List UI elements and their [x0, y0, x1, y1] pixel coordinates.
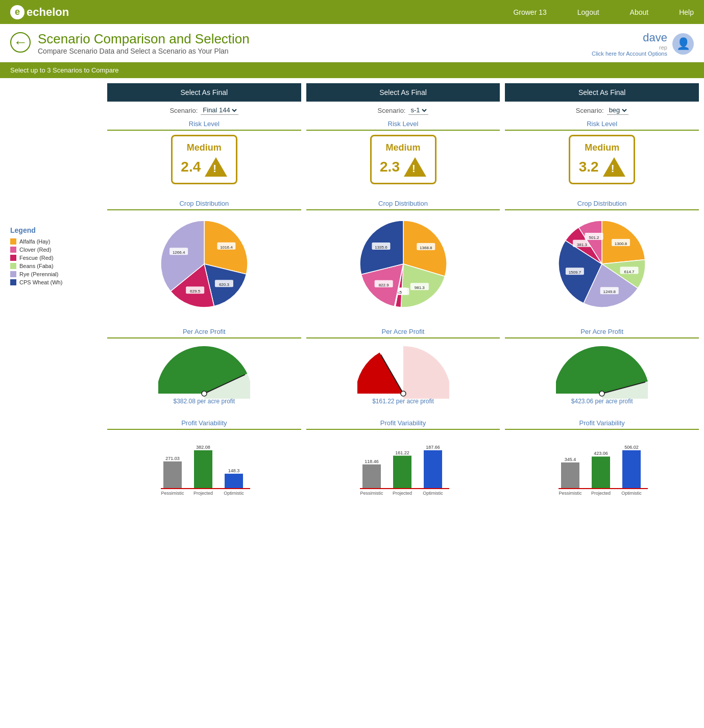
bar-chart-3: 345.4Pessimistic423.06Projected506.02Opt… [505, 435, 699, 506]
scenario-col-3: Select As Final Scenario: beg Risk Level… [505, 83, 699, 506]
bar-chart-2: 118.46Pessimistic161.22Projected187.66Op… [306, 435, 500, 506]
svg-rect-10 [163, 462, 182, 489]
svg-text:Pessimistic: Pessimistic [360, 491, 383, 496]
select-final-button-2[interactable]: Select As Final [306, 83, 500, 102]
main-content: Legend Alfalfa (Hay)Clover (Red)Fescue (… [0, 78, 704, 512]
svg-text:Pessimistic: Pessimistic [161, 491, 184, 496]
scenario-select-3[interactable]: beg [607, 106, 628, 115]
back-button[interactable]: ← [10, 32, 31, 53]
svg-text:Pessimistic: Pessimistic [559, 491, 582, 496]
svg-rect-34 [362, 465, 381, 489]
account-options-link[interactable]: Click here for Account Options [592, 51, 667, 57]
crop-dist-header-3: Crop Distribution [505, 200, 699, 210]
svg-rect-58 [561, 463, 579, 489]
scenario-label-1: Scenario: [169, 107, 198, 114]
user-name: dave [592, 31, 667, 44]
risk-section-1: Risk Level Medium 2.4 [107, 120, 301, 184]
scenario-selector-3: Scenario: beg [576, 106, 628, 115]
svg-point-33 [401, 391, 406, 396]
scenario-col-1: Select As Final Scenario: Final 144 Risk… [107, 83, 301, 506]
select-final-button-3[interactable]: Select As Final [505, 83, 699, 102]
svg-text:Projected: Projected [591, 491, 611, 496]
scenario-label-2: Scenario: [378, 107, 406, 114]
svg-text:Optimistic: Optimistic [621, 491, 642, 496]
svg-text:629.5: 629.5 [190, 289, 201, 294]
logo: e echelon [10, 5, 69, 19]
per-acre-value-3: $423.06 per acre profit [571, 398, 633, 405]
svg-rect-16 [225, 474, 243, 489]
risk-level-label-3: Risk Level [505, 120, 699, 131]
svg-rect-13 [194, 450, 212, 489]
per-acre-header-2: Per Acre Profit [306, 328, 500, 338]
page-subtitle: Compare Scenario Data and Select a Scena… [38, 47, 250, 55]
scenario-selector-1: Scenario: Final 144 [169, 106, 238, 115]
per-acre-header-1: Per Acre Profit [107, 328, 301, 338]
scenario-select-1[interactable]: Final 144 [201, 106, 238, 115]
legend-item: CPS Wheat (Wh) [10, 279, 107, 285]
help-link[interactable]: Help [679, 8, 694, 16]
svg-text:1016.4: 1016.4 [220, 245, 233, 250]
logo-text: echelon [27, 6, 69, 19]
legend-column: Legend Alfalfa (Hay)Clover (Red)Fescue (… [5, 83, 107, 506]
svg-rect-61 [592, 456, 610, 489]
risk-section-3: Risk Level Medium 3.2 [505, 120, 699, 184]
svg-text:1249.8: 1249.8 [603, 289, 616, 294]
gauge-chart-3 [556, 344, 648, 395]
warn-triangle-3 [603, 157, 625, 177]
svg-point-9 [202, 391, 207, 396]
risk-level-label-2: Risk Level [306, 120, 500, 131]
svg-text:1509.7: 1509.7 [569, 270, 581, 275]
select-final-button-1[interactable]: Select As Final [107, 83, 301, 102]
risk-medium-3: Medium [585, 142, 619, 153]
user-name-block: dave rep Click here for Account Options [592, 31, 667, 57]
risk-num-2: 2.3 [380, 159, 400, 175]
risk-section-2: Risk Level Medium 2.3 [306, 120, 500, 184]
svg-text:382.08: 382.08 [196, 445, 210, 450]
svg-text:1335.6: 1335.6 [375, 245, 387, 250]
svg-rect-40 [424, 450, 442, 489]
svg-rect-64 [622, 450, 641, 489]
per-acre-value-2: $161.22 per acre profit [372, 398, 434, 405]
top-nav: e echelon Grower 13 Logout About Help [0, 0, 704, 24]
grower-label: Grower 13 [513, 8, 546, 16]
scenario-select-2[interactable]: s-1 [408, 106, 428, 115]
svg-text:822.9: 822.9 [378, 283, 389, 287]
profit-var-header-2: Profit Variability [306, 419, 500, 430]
risk-box-2: Medium 2.3 [370, 135, 436, 184]
svg-text:1266.4: 1266.4 [173, 250, 185, 255]
svg-text:614.7: 614.7 [624, 270, 635, 274]
legend-item: Rye (Perennial) [10, 271, 107, 277]
risk-num-warn-1: 2.4 [181, 157, 227, 177]
risk-num-3: 3.2 [579, 159, 599, 175]
svg-text:Projected: Projected [193, 491, 213, 496]
svg-text:345.4: 345.4 [565, 457, 576, 462]
logo-e: e [10, 5, 25, 19]
risk-num-1: 2.4 [181, 159, 201, 175]
svg-text:271.03: 271.03 [165, 456, 180, 461]
logout-link[interactable]: Logout [577, 8, 599, 16]
svg-text:118.46: 118.46 [365, 459, 379, 464]
warn-triangle-2 [404, 157, 426, 177]
svg-text:148.3: 148.3 [228, 468, 240, 473]
warn-triangle-1 [205, 157, 227, 177]
page-title: Scenario Comparison and Selection [38, 31, 250, 47]
legend-title: Legend [10, 226, 107, 234]
svg-text:Projected: Projected [392, 491, 411, 496]
legend-item: Alfalfa (Hay) [10, 238, 107, 245]
risk-num-warn-2: 2.3 [380, 157, 426, 177]
gauge-chart-1 [158, 344, 250, 395]
scenario-selector-2: Scenario: s-1 [378, 106, 429, 115]
profit-var-header-3: Profit Variability [505, 419, 699, 430]
about-link[interactable]: About [630, 8, 649, 16]
user-role: rep [592, 44, 667, 51]
svg-text:Optimistic: Optimistic [224, 491, 244, 496]
svg-text:501.2: 501.2 [589, 235, 600, 240]
legend-items: Alfalfa (Hay)Clover (Red)Fescue (Red)Bea… [10, 238, 107, 285]
crop-dist-header-2: Crop Distribution [306, 200, 500, 210]
per-acre-header-3: Per Acre Profit [505, 328, 699, 338]
risk-level-label-1: Risk Level [107, 120, 301, 131]
scenarios-container: Select As Final Scenario: Final 144 Risk… [107, 83, 699, 506]
scenario-label-3: Scenario: [576, 107, 604, 114]
pie-chart-2: 1368.8981.39815.5822.91335.6 [355, 215, 452, 312]
legend-item: Fescue (Red) [10, 255, 107, 261]
